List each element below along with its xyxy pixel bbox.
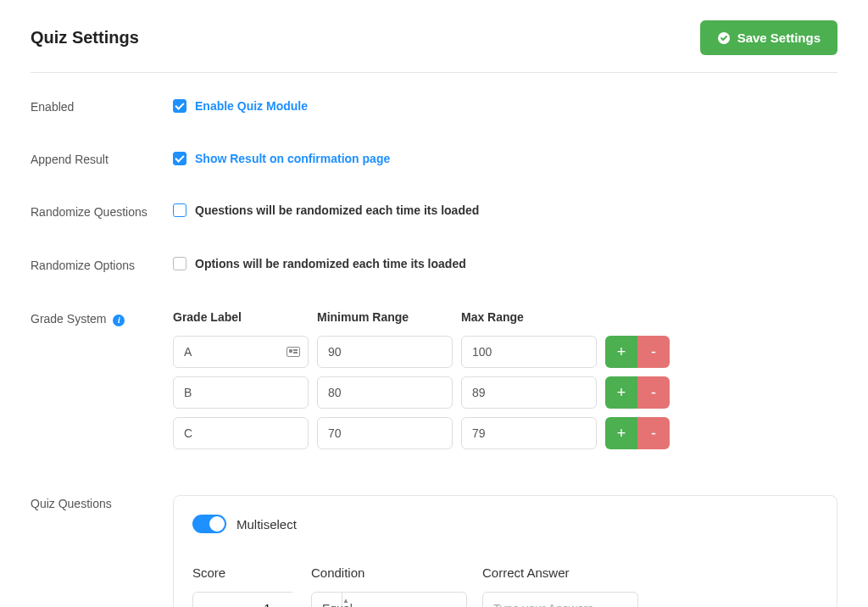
answer-select[interactable]: Type your Answers ⌄ <box>482 592 638 607</box>
grade-table: Grade Label Minimum Range Max Range + - <box>173 310 673 449</box>
remove-grade-button[interactable]: - <box>637 336 670 368</box>
setting-row-quiz-questions: Quiz Questions Multiselect Score ▲ ▼ <box>31 495 837 607</box>
setting-control-append-result: Show Result on confirmation page <box>173 151 837 165</box>
grade-label-input[interactable] <box>173 417 309 449</box>
page-header: Quiz Settings Save Settings <box>31 20 837 73</box>
condition-select[interactable]: Equal ⌄ <box>311 592 467 607</box>
grade-row: + - <box>173 376 673 409</box>
answer-field: Correct Answer Type your Answers ⌄ <box>482 565 638 607</box>
grade-min-input[interactable] <box>317 417 453 449</box>
enabled-checkbox-label: Enable Quiz Module <box>195 99 308 113</box>
randomize-options-checkbox-wrap[interactable]: Options will be randomized each time its… <box>173 257 466 270</box>
append-result-checkbox[interactable] <box>173 152 186 165</box>
grade-system-text: Grade System <box>31 312 106 326</box>
randomize-questions-checkbox-wrap[interactable]: Questions will be randomized each time i… <box>173 203 479 217</box>
save-settings-button[interactable]: Save Settings <box>700 20 837 55</box>
setting-row-append-result: Append Result Show Result on confirmatio… <box>31 151 837 166</box>
col-header-min: Minimum Range <box>317 310 453 324</box>
setting-label-enabled: Enabled <box>31 98 173 114</box>
page-title: Quiz Settings <box>31 28 139 47</box>
setting-label-quiz-questions: Quiz Questions <box>31 495 173 510</box>
add-grade-button[interactable]: + <box>605 417 637 449</box>
multiselect-row: Multiselect <box>192 515 818 533</box>
add-grade-button[interactable]: + <box>605 376 637 409</box>
condition-label: Condition <box>311 565 467 580</box>
score-field: Score ▲ ▼ <box>192 565 296 607</box>
check-circle-icon <box>717 31 731 45</box>
condition-field: Condition Equal ⌄ <box>311 565 467 607</box>
randomize-options-checkbox-label: Options will be randomized each time its… <box>195 257 466 270</box>
setting-row-grade-system: Grade System i Grade Label Minimum Range… <box>31 310 837 458</box>
randomize-options-checkbox[interactable] <box>173 257 186 270</box>
grade-max-input[interactable] <box>461 417 597 449</box>
setting-control-randomize-options: Options will be randomized each time its… <box>173 257 837 273</box>
multiselect-toggle[interactable] <box>192 515 226 533</box>
remove-grade-button[interactable]: - <box>637 376 670 409</box>
info-icon[interactable]: i <box>113 315 125 326</box>
setting-control-randomize-questions: Questions will be randomized each time i… <box>173 203 837 220</box>
setting-row-randomize-questions: Randomize Questions Questions will be ra… <box>31 203 837 220</box>
add-grade-button[interactable]: + <box>605 336 637 368</box>
randomize-questions-checkbox-label: Questions will be randomized each time i… <box>195 203 479 217</box>
remove-grade-button[interactable]: - <box>637 417 670 449</box>
grade-min-input[interactable] <box>317 336 453 368</box>
answer-label: Correct Answer <box>482 565 638 580</box>
enabled-checkbox-wrap[interactable]: Enable Quiz Module <box>173 99 308 113</box>
setting-control-enabled: Enable Quiz Module <box>173 98 837 113</box>
answer-placeholder: Type your Answers <box>493 602 593 607</box>
setting-label-grade-system: Grade System i <box>31 310 173 326</box>
chevron-down-icon: ⌄ <box>620 604 627 608</box>
question-fields: Score ▲ ▼ Condition Equal ⌄ <box>192 565 818 607</box>
score-label: Score <box>192 565 296 580</box>
grade-min-input[interactable] <box>317 376 453 409</box>
grade-row-actions: + - <box>605 336 670 368</box>
setting-control-quiz-questions: Multiselect Score ▲ ▼ Condition <box>173 495 837 607</box>
grade-max-input[interactable] <box>461 336 597 368</box>
enabled-checkbox[interactable] <box>173 99 186 113</box>
grade-label-wrap <box>173 336 309 368</box>
setting-control-grade-system: Grade Label Minimum Range Max Range + - <box>173 310 837 458</box>
grade-row-actions: + - <box>605 417 670 449</box>
grade-label-input[interactable] <box>173 376 309 409</box>
setting-label-randomize-questions: Randomize Questions <box>31 203 173 219</box>
grade-max-input[interactable] <box>461 376 597 409</box>
col-header-label: Grade Label <box>173 310 309 324</box>
multiselect-label: Multiselect <box>236 517 297 532</box>
append-result-checkbox-wrap[interactable]: Show Result on confirmation page <box>173 152 390 165</box>
grade-row: + - <box>173 336 673 368</box>
grade-row: + - <box>173 417 673 449</box>
append-result-checkbox-label: Show Result on confirmation page <box>195 152 390 165</box>
grade-row-actions: + - <box>605 376 670 409</box>
chevron-down-icon: ⌄ <box>449 604 456 608</box>
questions-panel: Multiselect Score ▲ ▼ Condition <box>173 495 837 607</box>
grade-table-head: Grade Label Minimum Range Max Range <box>173 310 673 324</box>
setting-row-enabled: Enabled Enable Quiz Module <box>31 98 837 114</box>
setting-label-randomize-options: Randomize Options <box>31 257 173 272</box>
score-input-wrap: ▲ ▼ <box>192 592 296 607</box>
randomize-questions-checkbox[interactable] <box>173 203 186 217</box>
condition-value: Equal <box>322 602 353 607</box>
save-button-label: Save Settings <box>737 31 821 45</box>
setting-label-append-result: Append Result <box>31 151 173 166</box>
setting-row-randomize-options: Randomize Options Options will be random… <box>31 257 837 273</box>
grade-label-input[interactable] <box>173 336 309 368</box>
col-header-max: Max Range <box>461 310 597 324</box>
